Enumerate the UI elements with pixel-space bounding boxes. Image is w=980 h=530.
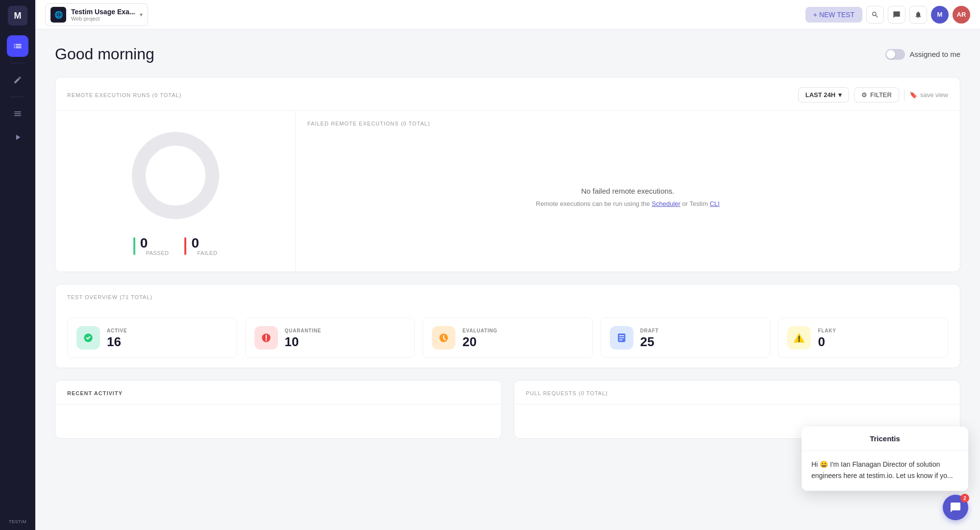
chat-widget: Tricentis Hi 😀 I'm Ian Flanagan Director… — [802, 427, 968, 491]
sidebar-bottom: TESTIM — [9, 519, 26, 524]
chat-badge: 2 — [960, 494, 969, 503]
evaluating-info: EVALUATING 20 — [462, 328, 498, 348]
project-name: Testim Usage Exa... — [71, 8, 135, 16]
failed-bar — [184, 237, 186, 255]
sidebar-logo[interactable]: M — [8, 6, 27, 25]
flaky-label: FLAKY — [818, 328, 836, 333]
stat-card-quarantine[interactable]: QUARANTINE 10 — [245, 318, 415, 358]
remote-executions-header: REMOTE EXECUTION RUNS (0 TOTAL) LAST 24H… — [55, 77, 960, 110]
project-info: Testim Usage Exa... Web project — [71, 8, 135, 22]
quarantine-label: QUARANTINE — [285, 328, 322, 333]
active-count: 16 — [107, 335, 127, 348]
svg-point-0 — [139, 139, 212, 212]
quarantine-info: QUARANTINE 10 — [285, 328, 322, 348]
scheduler-link[interactable]: Scheduler — [652, 200, 680, 207]
empty-text: No failed remote executions. — [581, 187, 674, 195]
stat-card-flaky[interactable]: FLAKY 0 — [778, 318, 948, 358]
draft-count: 25 — [640, 335, 659, 348]
sidebar-item-list[interactable] — [7, 103, 28, 125]
save-icon: 🔖 — [909, 91, 917, 99]
flaky-count: 0 — [818, 335, 836, 348]
test-overview-header: TEST OVERVIEW (71 TOTAL) — [55, 284, 960, 308]
chat-body: Hi 😀 I'm Ian Flanagan Director of soluti… — [802, 451, 968, 491]
stat-card-active[interactable]: ACTIVE 16 — [67, 318, 237, 358]
failed-count: 0 — [191, 236, 217, 250]
quarantine-count: 10 — [285, 335, 322, 348]
draft-info: DRAFT 25 — [640, 328, 659, 348]
failed-section-title: FAILED REMOTE EXECUTIONS (0 TOTAL) — [307, 121, 948, 126]
pull-requests-header: PULL REQUESTS (0 TOTAL) — [514, 380, 960, 404]
sidebar-item-edit[interactable] — [7, 69, 28, 91]
avatar-m[interactable]: M — [931, 6, 949, 24]
toggle-switch[interactable] — [885, 49, 905, 60]
failed-stat: 0 FAILED — [184, 236, 217, 256]
page-title: Good morning — [55, 45, 154, 63]
filter-icon: ⚙ — [861, 91, 867, 99]
notes-button[interactable] — [888, 6, 905, 24]
project-type: Web project — [71, 16, 135, 22]
topbar-actions: + NEW TEST M AR — [805, 6, 970, 24]
passed-label: PASSED — [146, 250, 169, 256]
flaky-info: FLAKY 0 — [818, 328, 836, 348]
pull-requests-title: PULL REQUESTS (0 TOTAL) — [526, 390, 949, 396]
recent-activity-title: RECENT ACTIVITY — [67, 390, 490, 396]
evaluating-label: EVALUATING — [462, 328, 498, 333]
sidebar-item-analytics[interactable] — [7, 35, 28, 57]
test-overview-grid: ACTIVE 16 QUARANTINE 10 — [55, 308, 960, 368]
cli-link[interactable]: CLI — [710, 200, 720, 207]
chevron-down-icon: ▾ — [140, 11, 143, 18]
new-test-button[interactable]: + NEW TEST — [805, 7, 862, 23]
last-24h-button[interactable]: LAST 24H ▾ — [798, 87, 849, 102]
donut-section: 0 PASSED 0 FAILED — [55, 111, 296, 272]
notification-button[interactable] — [909, 6, 927, 24]
card-body: 0 PASSED 0 FAILED — [55, 110, 960, 272]
remote-executions-card: REMOTE EXECUTION RUNS (0 TOTAL) LAST 24H… — [55, 77, 960, 272]
topbar: 🌐 Testim Usage Exa... Web project ▾ + NE… — [35, 0, 980, 29]
donut-stats: 0 PASSED 0 FAILED — [133, 236, 218, 256]
recent-activity-header: RECENT ACTIVITY — [55, 380, 502, 404]
avatar-ar[interactable]: AR — [953, 6, 970, 24]
project-selector[interactable]: 🌐 Testim Usage Exa... Web project ▾ — [45, 3, 148, 26]
chevron-icon: ▾ — [838, 91, 842, 99]
remote-executions-title: REMOTE EXECUTION RUNS (0 TOTAL) — [67, 92, 181, 98]
page-header: Good morning Assigned to me — [55, 45, 960, 63]
stat-card-evaluating[interactable]: EVALUATING 20 — [423, 318, 593, 358]
test-overview-card: TEST OVERVIEW (71 TOTAL) ACTIVE 16 — [55, 284, 960, 368]
flaky-icon — [787, 326, 811, 350]
assigned-label: Assigned to me — [910, 50, 960, 58]
sidebar: M TESTIM — [0, 0, 35, 530]
sidebar-nav — [0, 35, 35, 148]
card-actions: LAST 24H ▾ ⚙ FILTER 🔖 save view — [798, 87, 948, 102]
quarantine-icon — [254, 326, 278, 350]
active-info: ACTIVE 16 — [107, 328, 127, 348]
toggle-knob — [886, 50, 895, 59]
active-label: ACTIVE — [107, 328, 127, 333]
draft-icon — [610, 326, 633, 350]
empty-state: No failed remote executions. Remote exec… — [307, 134, 948, 262]
passed-bar — [133, 237, 135, 255]
stat-card-draft[interactable]: DRAFT 25 — [601, 318, 771, 358]
sidebar-item-play[interactable] — [7, 126, 28, 148]
test-overview-title: TEST OVERVIEW (71 TOTAL) — [67, 294, 152, 300]
donut-chart — [126, 126, 225, 225]
search-button[interactable] — [866, 6, 884, 24]
evaluating-icon — [432, 326, 455, 350]
chat-header: Tricentis — [802, 427, 968, 451]
sidebar-label: TESTIM — [9, 519, 26, 524]
filter-button[interactable]: ⚙ FILTER — [854, 87, 899, 102]
passed-count: 0 — [140, 236, 169, 250]
failed-executions-section: FAILED REMOTE EXECUTIONS (0 TOTAL) No fa… — [296, 111, 960, 272]
draft-label: DRAFT — [640, 328, 659, 333]
divider — [904, 89, 905, 101]
recent-activity-card: RECENT ACTIVITY — [55, 380, 502, 439]
evaluating-count: 20 — [462, 335, 498, 348]
failed-label: FAILED — [197, 250, 217, 256]
passed-stat: 0 PASSED — [133, 236, 169, 256]
save-view-button[interactable]: 🔖 save view — [909, 91, 948, 99]
sidebar-divider-1 — [10, 63, 25, 63]
assigned-to-me-toggle[interactable]: Assigned to me — [885, 49, 960, 60]
project-icon: 🌐 — [50, 7, 66, 23]
active-icon — [76, 326, 100, 350]
sidebar-divider-2 — [10, 97, 25, 97]
chat-fab[interactable]: 2 — [943, 495, 968, 520]
